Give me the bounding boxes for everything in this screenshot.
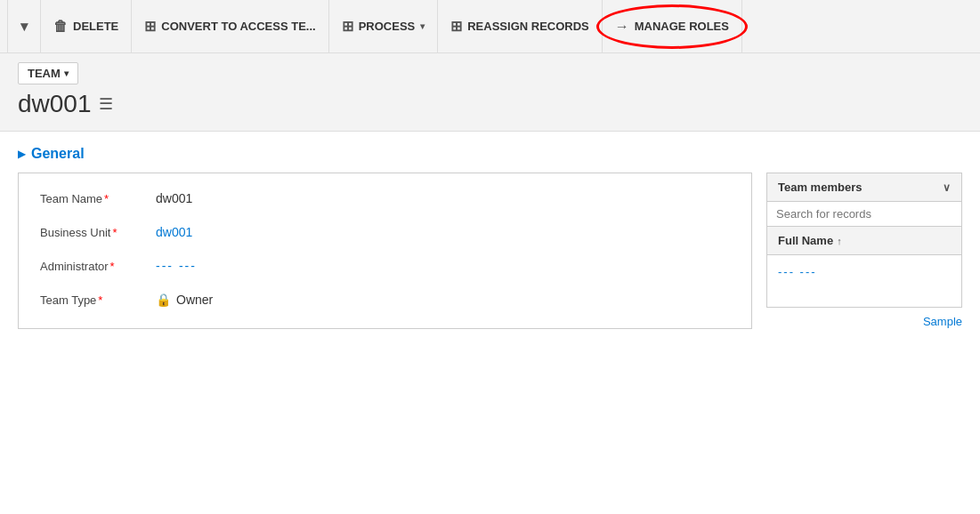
main-content: ▶ General Team Name* dw001 Business Unit… — [0, 132, 980, 343]
sort-asc-icon[interactable]: ↑ — [837, 236, 842, 246]
record-title: dw001 ☰ — [18, 90, 962, 118]
record-name: dw001 — [18, 90, 92, 118]
form-panel: Team Name* dw001 Business Unit* dw001 Ad… — [18, 173, 752, 329]
team-name-value: dw001 — [156, 191, 192, 205]
delete-icon: 🗑 — [53, 19, 68, 35]
team-members-label: Team members — [778, 181, 862, 194]
team-type-value: 🔒 Owner — [156, 293, 213, 307]
toolbar-manage-roles-button[interactable]: → MANAGE ROLES — [603, 0, 742, 52]
dropdown-arrow-icon: ▾ — [20, 18, 28, 35]
member-placeholder: --- --- — [778, 265, 817, 278]
toolbar-convert-button[interactable]: ⊞ CONVERT TO ACCESS TE... — [132, 0, 328, 52]
side-panel-column-header: Full Name ↑ — [766, 226, 962, 254]
process-arrow-icon: ▾ — [420, 21, 425, 31]
field-administrator: Administrator* --- --- — [40, 259, 730, 273]
team-name-label: Team Name* — [40, 192, 156, 205]
side-panel: Team members ∨ Full Name ↑ --- --- Sampl… — [766, 173, 962, 328]
lock-icon: 🔒 — [156, 293, 171, 307]
section-chevron-icon: ▶ — [18, 148, 26, 160]
content-row: Team Name* dw001 Business Unit* dw001 Ad… — [18, 173, 962, 329]
administrator-value[interactable]: --- --- — [156, 259, 197, 273]
team-label: TEAM — [28, 67, 61, 80]
manage-roles-icon: → — [615, 19, 629, 35]
toolbar-process-button[interactable]: ⊞ PROCESS ▾ — [329, 0, 439, 52]
toolbar-dropdown-arrow[interactable]: ▾ — [7, 0, 41, 52]
team-dropdown-button[interactable]: TEAM ▾ — [18, 62, 78, 84]
business-unit-label: Business Unit* — [40, 226, 156, 239]
side-panel-body: --- --- — [766, 254, 962, 308]
team-type-label: Team Type* — [40, 293, 156, 307]
field-team-type: Team Type* 🔒 Owner — [40, 293, 730, 307]
process-icon: ⊞ — [342, 18, 353, 35]
convert-icon: ⊞ — [144, 18, 156, 35]
side-panel-chevron-icon[interactable]: ∨ — [943, 181, 951, 194]
toolbar-reassign-button[interactable]: ⊞ REASSIGN RECORDS — [438, 0, 603, 52]
reassign-icon: ⊞ — [450, 18, 462, 35]
field-business-unit: Business Unit* dw001 — [40, 225, 730, 239]
header-section: TEAM ▾ dw001 ☰ — [0, 53, 980, 132]
toolbar: ▾ 🗑 DELETE ⊞ CONVERT TO ACCESS TE... ⊞ P… — [0, 0, 980, 53]
administrator-label: Administrator* — [40, 260, 156, 273]
section-title: General — [31, 146, 85, 162]
team-caret-icon: ▾ — [64, 68, 69, 78]
sample-link[interactable]: Sample — [766, 308, 962, 328]
record-menu-icon[interactable]: ☰ — [99, 94, 113, 114]
general-section-header: ▶ General — [18, 146, 962, 162]
field-team-name: Team Name* dw001 — [40, 191, 730, 205]
business-unit-value[interactable]: dw001 — [156, 225, 192, 239]
search-records-input[interactable] — [766, 201, 962, 226]
side-panel-header: Team members ∨ — [766, 173, 962, 201]
toolbar-delete-button[interactable]: 🗑 DELETE — [41, 0, 132, 52]
